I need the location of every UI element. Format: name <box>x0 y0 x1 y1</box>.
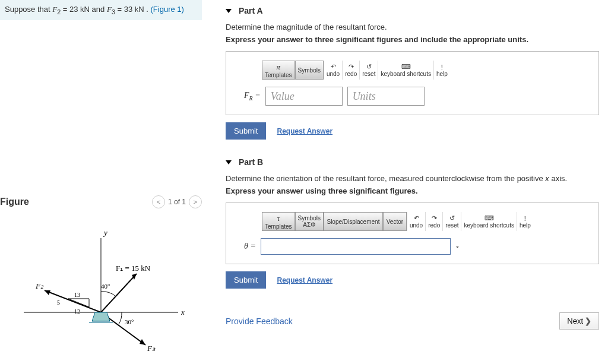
chevron-down-icon <box>226 160 232 164</box>
submit-b-button[interactable]: Submit <box>226 271 266 289</box>
f2-label: F₂ <box>35 281 44 290</box>
value-input[interactable]: Value <box>265 87 343 106</box>
figure-prev-button[interactable]: < <box>152 195 165 208</box>
reset-button[interactable]: ↺reset <box>359 61 378 80</box>
part-a-header[interactable]: Part A <box>226 6 599 15</box>
tri-13: 13 <box>74 292 80 298</box>
svg-line-4 <box>45 290 101 312</box>
svg-marker-9 <box>92 312 110 321</box>
f3-label: F₃ <box>147 344 156 353</box>
templates-button[interactable]: π Templates <box>262 61 295 80</box>
next-button[interactable]: Next❯ <box>559 312 599 330</box>
figure-1-link[interactable]: (Figure 1) <box>151 5 184 14</box>
slope-button[interactable]: Slope/Displacement <box>324 212 383 231</box>
help-button[interactable]: !help <box>433 61 450 80</box>
y-axis-label: y <box>103 228 107 237</box>
submit-a-button[interactable]: Submit <box>226 122 266 140</box>
part-a-desc: Determine the magnitude of the resultant… <box>226 23 599 31</box>
tri-5: 5 <box>57 299 60 306</box>
figure-title: Figure <box>0 197 29 207</box>
request-answer-a-link[interactable]: Request Answer <box>277 127 332 135</box>
figure-next-button[interactable]: > <box>189 195 202 208</box>
undo-b-button[interactable]: ↶undo <box>407 212 425 231</box>
part-a-toolbar: π Templates Symbols ↶undo ↷redo ↺reset ⌨… <box>262 61 587 80</box>
x-axis-label: x <box>180 308 185 316</box>
request-answer-b-link[interactable]: Request Answer <box>277 276 332 284</box>
f1-label: F₁ = 15 kN <box>116 264 151 273</box>
vector-button[interactable]: Vector <box>383 212 407 231</box>
part-b-desc: Determine the orientation of the resulta… <box>226 174 599 183</box>
redo-button[interactable]: ↷redo <box>342 61 359 80</box>
keyboard-button[interactable]: ⌨keyboard shortcuts <box>378 61 433 80</box>
symbols-b-button[interactable]: Symbols ΑΣΦ <box>295 212 324 231</box>
degree-unit: ∘ <box>455 243 460 251</box>
problem-statement: Suppose that F2 = 23 kN and F3 = 33 kN .… <box>0 0 202 20</box>
redo-b-button[interactable]: ↷redo <box>425 212 442 231</box>
part-b-instruct: Express your answer using three signific… <box>226 186 599 195</box>
svg-marker-6 <box>68 299 89 307</box>
symbols-button[interactable]: Symbols <box>295 61 324 80</box>
part-b-toolbar: τ Templates Symbols ΑΣΦ Slope/Displaceme… <box>262 212 587 231</box>
help-b-button[interactable]: !help <box>517 212 533 231</box>
angle-30: 30° <box>125 318 134 325</box>
part-b-header[interactable]: Part B <box>226 157 599 167</box>
tri-12: 12 <box>74 308 80 315</box>
undo-button[interactable]: ↶undo <box>324 61 342 80</box>
keyboard-b-button[interactable]: ⌨keyboard shortcuts <box>461 212 517 231</box>
units-input[interactable]: Units <box>347 87 425 106</box>
figure-diagram: y x F₁ = 15 kN 40° F₂ 5 12 13 F₃ <box>0 226 202 357</box>
figure-counter: 1 of 1 <box>168 198 186 206</box>
provide-feedback-link[interactable]: Provide Feedback <box>226 316 293 326</box>
angle-40: 40° <box>101 283 110 290</box>
templates-b-button[interactable]: τ Templates <box>262 212 295 231</box>
reset-b-button[interactable]: ↺reset <box>442 212 461 231</box>
chevron-down-icon <box>226 9 232 13</box>
svg-line-2 <box>101 274 137 312</box>
part-a-instruct: Express your answer to three significant… <box>226 35 599 44</box>
svg-marker-8 <box>140 339 145 345</box>
svg-marker-5 <box>45 290 50 295</box>
theta-input[interactable] <box>261 238 451 255</box>
